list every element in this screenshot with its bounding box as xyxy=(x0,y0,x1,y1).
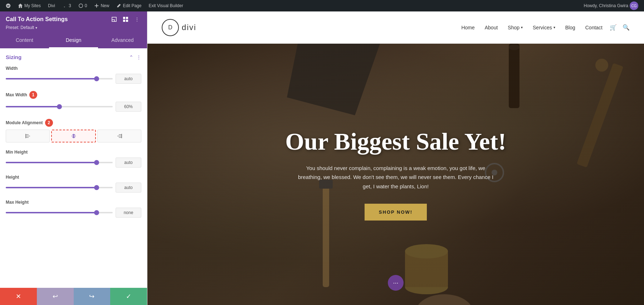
max-width-thumb[interactable] xyxy=(57,104,62,109)
nav-home[interactable]: Home xyxy=(461,25,474,30)
sizing-title: Sizing xyxy=(6,54,21,60)
width-input[interactable] xyxy=(116,74,141,84)
max-height-input[interactable] xyxy=(116,208,141,218)
height-label: Height xyxy=(6,175,141,180)
collapse-icon[interactable] xyxy=(110,15,118,24)
edit-page-item[interactable]: Edit Page xyxy=(113,0,144,11)
site-nav: D divi Home About Shop ▾ Services ▾ xyxy=(147,11,644,44)
max-width-row: Max Width 1 xyxy=(6,91,141,112)
hero-title: Our Biggest Sale Yet! xyxy=(285,128,506,155)
logo-letter: D xyxy=(168,24,172,31)
min-height-label: Min Height xyxy=(6,150,141,155)
max-height-thumb[interactable] xyxy=(94,210,99,215)
min-height-slider-row xyxy=(6,158,141,168)
align-right-btn[interactable] xyxy=(97,130,141,142)
avatar: CG xyxy=(630,1,638,10)
redo-button[interactable]: ↪ xyxy=(74,288,111,305)
max-width-slider-row xyxy=(6,102,141,112)
save-button[interactable]: ✓ xyxy=(110,288,147,305)
collapse-section-icon[interactable]: ⌃ xyxy=(129,54,133,60)
undo-button[interactable]: ↩ xyxy=(37,288,74,305)
badge-2: 2 xyxy=(45,119,53,127)
max-width-input[interactable] xyxy=(116,102,141,112)
nav-links: Home About Shop ▾ Services ▾ Blog Contac xyxy=(461,25,602,30)
max-height-row: Max Height xyxy=(6,200,141,218)
min-height-track[interactable] xyxy=(6,162,113,163)
admin-bar: W My Sites Divi 3 0 New Edit Page Exit V… xyxy=(0,0,644,11)
fab-container: ··· xyxy=(147,275,644,291)
bubbles-item[interactable]: 0 xyxy=(75,0,90,11)
panel-title-row: Call To Action Settings ⋮ xyxy=(6,15,141,24)
max-height-slider-row xyxy=(6,208,141,218)
align-center-btn[interactable] xyxy=(51,130,96,142)
hero-content: Our Biggest Sale Yet! You should never c… xyxy=(147,44,644,305)
more-options-icon[interactable]: ⋮ xyxy=(133,15,141,24)
align-left-btn[interactable] xyxy=(6,130,50,142)
height-track[interactable] xyxy=(6,187,113,188)
min-height-input[interactable] xyxy=(116,158,141,168)
svg-text:W: W xyxy=(7,4,10,8)
logo-text: divi xyxy=(182,23,196,32)
height-thumb[interactable] xyxy=(94,185,99,190)
badge-1: 1 xyxy=(29,91,37,99)
comments-item[interactable]: 3 xyxy=(59,0,74,11)
cart-icon[interactable]: 🛒 xyxy=(610,24,617,31)
panel-preset[interactable]: Preset: Default xyxy=(6,25,141,30)
website-preview: D divi Home About Shop ▾ Services ▾ xyxy=(147,11,644,305)
nav-blog[interactable]: Blog xyxy=(565,25,575,30)
height-fill xyxy=(6,187,97,188)
tab-advanced[interactable]: Advanced xyxy=(98,33,147,48)
nav-services[interactable]: Services ▾ xyxy=(533,25,555,30)
panel-header-icons: ⋮ xyxy=(110,15,141,24)
home-icon xyxy=(18,3,23,8)
svg-rect-6 xyxy=(126,17,128,19)
edit-page-label: Edit Page xyxy=(123,3,141,8)
site-logo: D divi xyxy=(162,19,196,36)
svg-rect-8 xyxy=(126,20,128,22)
sizing-section-header: Sizing ⌃ ⋮ xyxy=(6,54,141,60)
grid-icon[interactable] xyxy=(121,15,130,24)
comment-icon xyxy=(62,3,67,8)
min-height-thumb[interactable] xyxy=(94,160,99,165)
search-icon[interactable]: 🔍 xyxy=(623,24,630,31)
max-width-track[interactable] xyxy=(6,106,113,107)
max-width-label: Max Width 1 xyxy=(6,91,141,99)
user-greeting[interactable]: Howdy, Christina Gwira CG xyxy=(581,1,641,10)
shop-now-button[interactable]: SHOP NOW! xyxy=(365,204,427,221)
admin-bar-right: Howdy, Christina Gwira CG xyxy=(581,1,641,10)
min-height-fill xyxy=(6,162,97,163)
module-alignment-label: Module Alignment 2 xyxy=(6,119,141,127)
hero-section: Our Biggest Sale Yet! You should never c… xyxy=(147,44,644,305)
bubbles-count: 0 xyxy=(85,3,87,8)
align-right-icon xyxy=(117,133,122,139)
logo-circle: D xyxy=(162,19,179,36)
tab-bar: Content Design Advanced xyxy=(0,33,147,48)
divi-item[interactable]: Divi xyxy=(45,0,58,11)
nav-about[interactable]: About xyxy=(485,25,498,30)
max-height-track[interactable] xyxy=(6,212,113,213)
svg-rect-4 xyxy=(112,17,116,21)
width-thumb[interactable] xyxy=(94,76,99,81)
svg-rect-7 xyxy=(123,20,125,22)
panel-header: Call To Action Settings ⋮ Preset: Defaul… xyxy=(0,11,147,33)
cancel-button[interactable]: ✕ xyxy=(0,288,37,305)
tab-content[interactable]: Content xyxy=(0,33,49,48)
section-more-icon[interactable]: ⋮ xyxy=(136,54,141,60)
width-slider-row xyxy=(6,74,141,84)
nav-shop[interactable]: Shop ▾ xyxy=(508,25,523,30)
wordpress-logo[interactable]: W xyxy=(3,0,14,11)
height-input[interactable] xyxy=(116,183,141,193)
bubble-icon xyxy=(78,3,83,8)
new-item[interactable]: New xyxy=(91,0,112,11)
my-sites-item[interactable]: My Sites xyxy=(15,0,44,11)
nav-contact[interactable]: Contact xyxy=(585,25,602,30)
width-track[interactable] xyxy=(6,78,113,79)
pencil-icon xyxy=(116,3,121,8)
exit-visual-builder-item[interactable]: Exit Visual Builder xyxy=(146,0,186,11)
tab-design[interactable]: Design xyxy=(49,33,98,48)
svg-rect-5 xyxy=(123,17,125,19)
layout-icon xyxy=(123,16,128,22)
max-height-fill xyxy=(6,212,97,213)
max-height-label: Max Height xyxy=(6,200,141,205)
fab-button[interactable]: ··· xyxy=(388,275,404,291)
